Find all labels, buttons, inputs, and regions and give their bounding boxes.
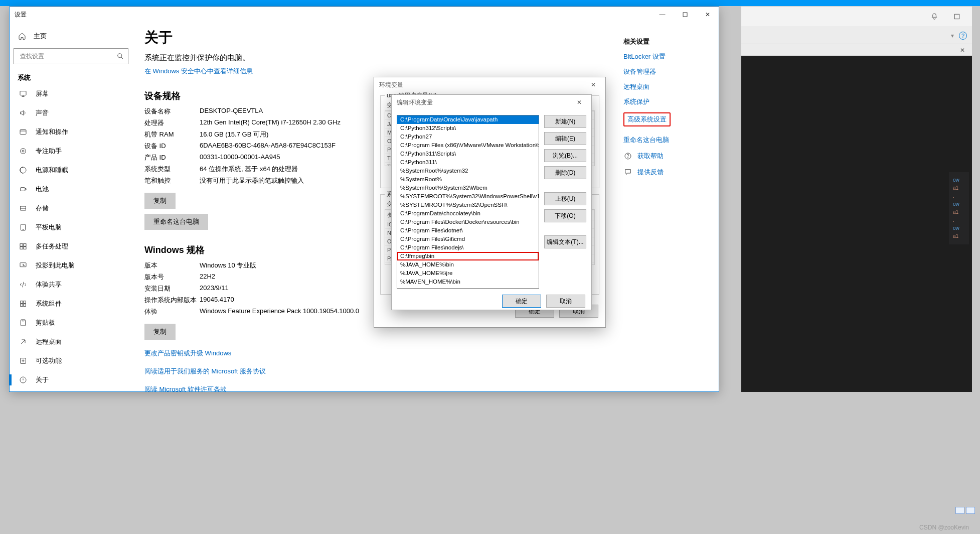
sidebar-item-icon — [19, 261, 28, 270]
svg-rect-1 — [683, 13, 687, 17]
sidebar-item-label: 电池 — [36, 185, 49, 194]
windows-spec-copy-button[interactable]: 复制 — [144, 324, 176, 340]
sidebar-item[interactable]: 声音 — [12, 103, 130, 122]
windows-spec-value: Windows Feature Experience Pack 1000.190… — [200, 307, 360, 316]
sidebar-item-label: 电源和睡眠 — [36, 166, 68, 175]
remote-desktop-link[interactable]: 远程桌面 — [623, 82, 714, 91]
svg-rect-17 — [24, 301, 26, 304]
get-help-link[interactable]: 获取帮助 — [623, 152, 714, 161]
sidebar-item-label: 剪贴板 — [36, 318, 55, 327]
sidebar-item[interactable]: 系统组件 — [12, 294, 130, 313]
path-item[interactable]: %SYSTEMROOT%\System32\OpenSSH\ — [397, 201, 539, 209]
path-item[interactable]: %JAVA_HOME%\bin — [397, 260, 539, 269]
license-terms-link[interactable]: 阅读 Microsoft 软件许可条款 — [144, 385, 611, 391]
feedback-label: 提供反馈 — [637, 168, 664, 177]
editor-chevron-icon[interactable]: ▾ — [951, 32, 954, 39]
device-spec-copy-button[interactable]: 复制 — [144, 193, 176, 209]
settings-min-button[interactable]: — — [651, 7, 674, 22]
path-item[interactable]: C:\Program Files\Git\cmd — [397, 235, 539, 243]
svg-rect-18 — [21, 304, 23, 307]
services-agreement-link[interactable]: 阅读适用于我们服务的 Microsoft 服务协议 — [144, 367, 611, 376]
edit-text-button[interactable]: 编辑文本(T)... — [544, 235, 586, 248]
sidebar-item[interactable]: 电池 — [12, 180, 130, 199]
svg-rect-13 — [20, 247, 23, 249]
envvars-close-button[interactable]: ✕ — [585, 78, 601, 92]
delete-button[interactable]: 删除(D) — [544, 166, 586, 179]
sidebar-item[interactable]: 平板电脑 — [12, 218, 130, 237]
path-item[interactable]: %SystemRoot%\system32 — [397, 167, 539, 175]
sidebar-item[interactable]: 存储 — [12, 199, 130, 218]
path-item[interactable]: C:\ProgramData\Oracle\Java\javapath — [397, 115, 539, 124]
path-item[interactable]: %JAVA_HOME%\jre — [397, 269, 539, 278]
settings-max-button[interactable] — [674, 7, 696, 22]
editor-maximize-icon[interactable] — [945, 7, 968, 27]
path-item[interactable]: C:\Program Files\Docker\Docker\resources… — [397, 218, 539, 226]
sidebar-item[interactable]: 多任务处理 — [12, 237, 130, 256]
path-item[interactable]: C:\Program Files (x86)\VMware\VMware Wor… — [397, 141, 539, 150]
sidebar-item[interactable]: 可选功能 — [12, 351, 130, 370]
sidebar-item-icon — [19, 280, 28, 289]
path-item[interactable]: %MAVEN_HOME%\bin — [397, 278, 539, 286]
get-help-label: 获取帮助 — [637, 152, 664, 161]
search-input[interactable] — [19, 52, 116, 60]
task-thumb-icon[interactable] — [955, 507, 964, 514]
path-item[interactable]: C:\Python311\Scripts\ — [397, 150, 539, 158]
advanced-system-settings-link[interactable]: 高级系统设置 — [623, 112, 671, 126]
device-manager-link[interactable]: 设备管理器 — [623, 67, 714, 76]
path-item[interactable]: C:\ProgramData\chocolatey\bin — [397, 209, 539, 218]
sidebar-item[interactable]: 专注助手 — [12, 142, 130, 161]
feedback-link[interactable]: 提供反馈 — [623, 168, 714, 177]
windows-spec-value: 19045.4170 — [200, 296, 360, 305]
sidebar-item-icon — [19, 108, 28, 117]
editor-help-icon[interactable]: ? — [959, 32, 967, 40]
path-item[interactable]: %SystemRoot% — [397, 175, 539, 184]
move-down-button[interactable]: 下移(O) — [544, 209, 586, 222]
rename-pc-button[interactable]: 重命名这台电脑 — [144, 214, 208, 230]
path-item[interactable]: C:\Python27 — [397, 132, 539, 141]
sidebar-home-label: 主页 — [34, 32, 47, 41]
editor-tab-close-icon[interactable]: ✕ — [958, 46, 967, 55]
path-item[interactable]: C:\Program Files\dotnet\ — [397, 226, 539, 235]
security-center-link[interactable]: 在 Windows 安全中心中查看详细信息 — [144, 67, 611, 76]
sidebar-item[interactable]: 电源和睡眠 — [12, 161, 130, 180]
system-protection-link[interactable]: 系统保护 — [623, 97, 714, 106]
background-editor-window: ▾ ? ✕ ow a1 . ow a1 . ow a1 — [741, 7, 972, 392]
settings-close-button[interactable]: ✕ — [696, 7, 719, 22]
path-item[interactable]: C:\Python311\ — [397, 158, 539, 167]
sidebar-item-icon — [19, 185, 28, 194]
task-view-icons[interactable] — [955, 507, 975, 514]
editenv-cancel-button[interactable]: 取消 — [546, 295, 585, 308]
move-up-button[interactable]: 上移(U) — [544, 192, 586, 205]
sidebar-search[interactable] — [14, 48, 128, 64]
sidebar-item[interactable]: 投影到此电脑 — [12, 256, 130, 275]
edit-button[interactable]: 编辑(E) — [544, 132, 586, 145]
path-item[interactable]: %SystemRoot%\System32\Wbem — [397, 184, 539, 192]
sidebar-home[interactable]: 主页 — [12, 27, 130, 45]
editenv-ok-button[interactable]: 确定 — [502, 295, 541, 308]
path-item[interactable]: C:\Program Files\nodejs\ — [397, 243, 539, 252]
rename-pc-link[interactable]: 重命名这台电脑 — [623, 136, 714, 145]
path-item[interactable]: C:\ffmpeg\bin — [397, 252, 539, 260]
related-settings-title: 相关设置 — [623, 37, 714, 46]
path-listbox[interactable]: C:\ProgramData\Oracle\Java\javapathC:\Py… — [397, 115, 539, 289]
browse-button[interactable]: 浏览(B)... — [544, 149, 586, 162]
sidebar-item-icon — [19, 337, 28, 346]
path-item[interactable]: C:\Python312\Scripts\ — [397, 124, 539, 132]
editenv-close-button[interactable]: ✕ — [571, 95, 587, 109]
sidebar-item[interactable]: 远程桌面 — [12, 332, 130, 351]
editor-tab-row: ▾ ? — [741, 27, 972, 44]
sidebar-item[interactable]: 关于 — [12, 370, 130, 389]
windows-spec-value: 22H2 — [200, 273, 360, 282]
sidebar-item[interactable]: 屏幕 — [12, 84, 130, 103]
change-product-key-link[interactable]: 更改产品密钥或升级 Windows — [144, 349, 611, 358]
editor-notify-icon[interactable] — [923, 7, 945, 27]
settings-title: 设置 — [15, 11, 27, 19]
bitlocker-link[interactable]: BitLocker 设置 — [623, 52, 714, 61]
sidebar-item[interactable]: 剪贴板 — [12, 313, 130, 332]
sidebar-item-icon — [19, 318, 28, 327]
sidebar-item[interactable]: 通知和操作 — [12, 122, 130, 142]
task-thumb-icon[interactable] — [966, 507, 975, 514]
sidebar-item[interactable]: 体验共享 — [12, 275, 130, 294]
new-button[interactable]: 新建(N) — [544, 115, 586, 128]
path-item[interactable]: %SYSTEMROOT%\System32\WindowsPowerShell\… — [397, 192, 539, 201]
